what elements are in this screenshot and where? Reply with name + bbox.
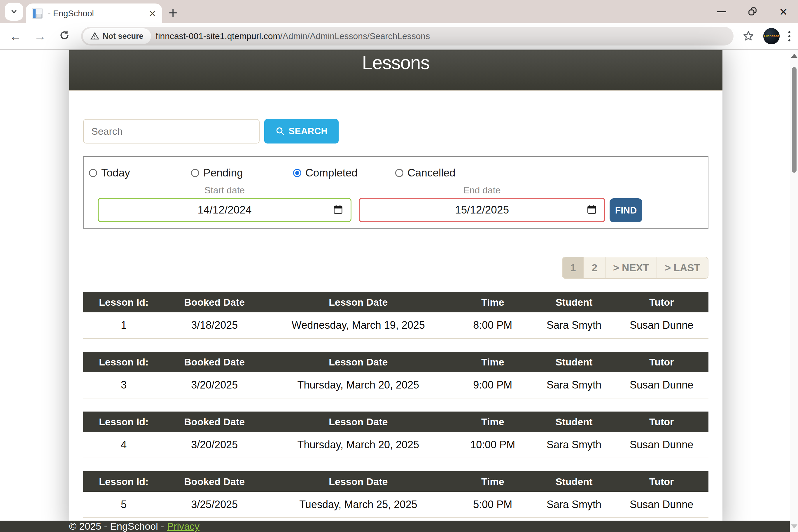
cell-time: 9:00 PM xyxy=(452,379,533,391)
column-header-tutor: Tutor xyxy=(614,356,708,368)
scroll-down-icon[interactable] xyxy=(791,525,797,529)
copyright-text: © 2025 - EngSchool - xyxy=(69,520,164,532)
privacy-link[interactable]: Privacy xyxy=(167,520,200,532)
browser-menu-icon[interactable] xyxy=(788,31,791,41)
table-header-row: Lesson Id: Booked Date Lesson Date Time … xyxy=(83,292,708,312)
scrollbar-thumb[interactable] xyxy=(792,67,797,173)
reload-icon[interactable] xyxy=(57,28,72,44)
column-header-booked-date: Booked Date xyxy=(165,416,265,428)
column-header-booked-date: Booked Date xyxy=(165,297,265,308)
column-header-tutor: Tutor xyxy=(614,416,708,428)
cell-lesson-date: Thursday, March 20, 2025 xyxy=(265,439,452,451)
close-window-button[interactable]: × xyxy=(777,5,790,18)
url-text: finncast-001-site1.qtempurl.com/Admin/Ad… xyxy=(156,31,430,41)
end-date-label: End date xyxy=(359,185,605,196)
radio-label: Pending xyxy=(203,167,243,179)
cell-lesson-date: Thursday, March 20, 2025 xyxy=(265,379,452,391)
column-header-time: Time xyxy=(452,476,533,487)
search-input[interactable] xyxy=(83,119,260,144)
table-row: 4 3/20/2025 Thursday, March 20, 2025 10:… xyxy=(83,432,708,458)
table-row: 5 3/25/2025 Tuesday, March 25, 2025 5:00… xyxy=(83,492,708,518)
radio-circle-icon[interactable] xyxy=(89,169,97,177)
profile-avatar[interactable]: Finncast xyxy=(763,28,780,44)
search-button-label: SEARCH xyxy=(289,126,328,136)
calendar-icon[interactable] xyxy=(587,204,597,216)
back-icon[interactable]: ← xyxy=(7,28,23,44)
pagination-next-button[interactable]: > NEXT xyxy=(606,257,658,278)
browser-tab[interactable]: - EngSchool × xyxy=(26,3,162,23)
find-button[interactable]: FIND xyxy=(610,198,642,222)
not-secure-chip[interactable]: Not secure xyxy=(83,28,151,44)
address-bar[interactable]: Not secure finncast-001-site1.qtempurl.c… xyxy=(81,27,734,45)
pagination-page-1[interactable]: 1 xyxy=(563,257,584,278)
cell-lesson-date: Wednesday, March 19, 2025 xyxy=(265,319,452,331)
cell-lesson-id: 3 xyxy=(83,379,165,391)
column-header-lesson-id: Lesson Id: xyxy=(83,297,165,308)
content-container: Lessons SEARCH Today xyxy=(69,50,722,532)
cell-lesson-id: 5 xyxy=(83,498,165,511)
pagination-last-button[interactable]: > LAST xyxy=(657,257,708,278)
radio-label: Cancelled xyxy=(407,167,456,179)
cell-time: 10:00 PM xyxy=(452,439,533,451)
scrollbar[interactable] xyxy=(790,50,798,532)
radio-pending[interactable]: Pending xyxy=(191,167,293,179)
column-header-student: Student xyxy=(533,356,615,368)
radio-cancelled[interactable]: Cancelled xyxy=(395,167,497,179)
calendar-icon[interactable] xyxy=(333,204,343,216)
tab-search-button[interactable] xyxy=(5,3,23,21)
restore-icon xyxy=(747,6,758,17)
minimize-button[interactable] xyxy=(715,5,728,18)
search-icon xyxy=(276,126,285,136)
radio-today[interactable]: Today xyxy=(89,167,191,179)
cell-tutor: Susan Dunne xyxy=(614,498,708,511)
column-header-time: Time xyxy=(452,416,533,428)
forward-icon[interactable]: → xyxy=(32,28,48,44)
cell-booked-date: 3/20/2025 xyxy=(165,439,265,451)
cell-booked-date: 3/25/2025 xyxy=(165,498,265,511)
column-header-lesson-date: Lesson Date xyxy=(265,297,452,308)
radio-completed[interactable]: Completed xyxy=(293,167,395,179)
cell-booked-date: 3/18/2025 xyxy=(165,319,265,331)
column-header-lesson-id: Lesson Id: xyxy=(83,476,165,487)
cell-lesson-date: Tuesday, March 25, 2025 xyxy=(265,498,452,511)
restore-button[interactable] xyxy=(746,5,759,18)
pagination-page-2[interactable]: 2 xyxy=(584,257,605,278)
column-header-lesson-id: Lesson Id: xyxy=(83,416,165,428)
cell-student: Sara Smyth xyxy=(533,379,615,391)
column-header-tutor: Tutor xyxy=(614,476,708,487)
page-title: Lessons xyxy=(69,50,722,74)
radio-circle-icon[interactable] xyxy=(293,169,301,177)
url-path: /Admin/AdminLessons/SearchLessons xyxy=(280,31,430,41)
end-date-input[interactable] xyxy=(359,198,605,222)
column-header-lesson-id: Lesson Id: xyxy=(83,356,165,368)
chevron-down-icon xyxy=(10,7,18,16)
radio-label: Completed xyxy=(305,167,358,179)
column-header-student: Student xyxy=(533,476,615,487)
new-tab-button[interactable]: + xyxy=(169,5,177,20)
radio-circle-icon[interactable] xyxy=(395,169,403,177)
start-date-input[interactable] xyxy=(98,198,352,222)
filters-panel: Today Pending Completed Cancelled xyxy=(83,156,708,229)
search-row: SEARCH xyxy=(83,119,708,144)
cell-time: 5:00 PM xyxy=(452,498,533,511)
security-label: Not secure xyxy=(103,32,144,41)
column-header-lesson-date: Lesson Date xyxy=(265,356,452,368)
three-dots-icon xyxy=(788,31,791,41)
column-header-student: Student xyxy=(533,297,615,308)
window-controls: × xyxy=(715,0,790,23)
site-favicon-icon xyxy=(32,8,43,19)
minimize-icon xyxy=(717,12,726,12)
table-row: 1 3/18/2025 Wednesday, March 19, 2025 8:… xyxy=(83,312,708,339)
cell-time: 8:00 PM xyxy=(452,319,533,331)
table-header-row: Lesson Id: Booked Date Lesson Date Time … xyxy=(83,471,708,492)
tab-close-icon[interactable]: × xyxy=(149,7,156,19)
column-header-booked-date: Booked Date xyxy=(165,356,265,368)
search-button[interactable]: SEARCH xyxy=(264,119,339,144)
url-host: finncast-001-site1.qtempurl.com xyxy=(156,31,280,41)
radio-circle-icon[interactable] xyxy=(191,169,199,177)
cell-student: Sara Smyth xyxy=(533,439,615,451)
scroll-up-icon[interactable] xyxy=(791,54,797,58)
cell-student: Sara Smyth xyxy=(533,319,615,331)
radio-label: Today xyxy=(101,167,130,179)
bookmark-star-icon[interactable] xyxy=(742,30,755,43)
